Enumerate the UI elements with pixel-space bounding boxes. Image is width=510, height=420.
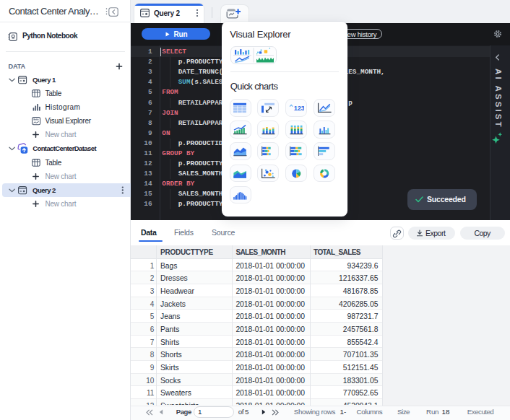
- svg-text:123: 123: [294, 105, 304, 112]
